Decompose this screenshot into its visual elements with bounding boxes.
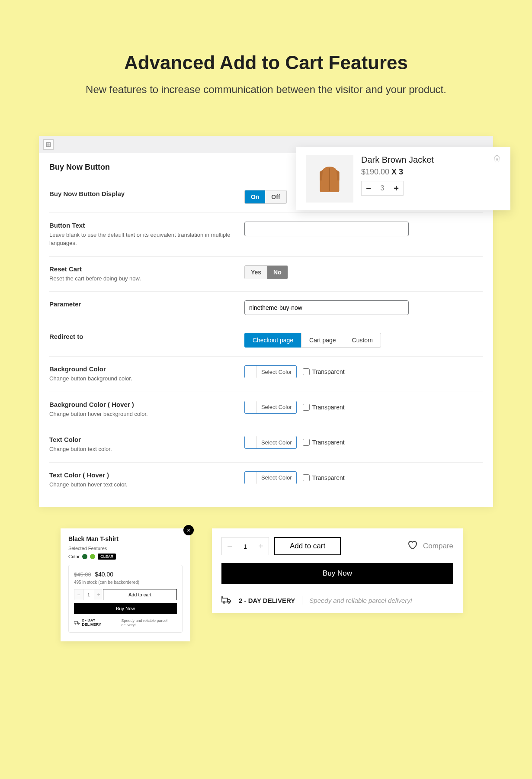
qty-decrement[interactable]: − (74, 589, 83, 600)
stock-text: 495 in stock (can be backordered) (74, 580, 177, 585)
toggle-off[interactable]: Off (265, 190, 286, 203)
qty-row: − 1 + Add to cart (74, 589, 177, 600)
wishlist-button[interactable] (407, 540, 418, 553)
previews-row: Black Man T-shirt Selected Features Colo… (0, 528, 532, 641)
row-reset-cart: Reset Cart Reset the cart before doing b… (49, 257, 483, 292)
cart-item-price-line: $190.00 X 3 (361, 167, 485, 177)
actions-top-row: − 1 + Add to cart Compare (221, 537, 453, 555)
row-button-text: Button Text Leave blank to use the defau… (49, 213, 483, 257)
text-color-picker[interactable]: Select Color (244, 436, 297, 449)
remove-item-button[interactable] (493, 155, 501, 164)
transparent-checkbox[interactable] (303, 368, 310, 375)
qty-increment-button[interactable]: + (389, 181, 403, 195)
clear-button[interactable]: CLEAR (98, 554, 116, 560)
delivery-description: Speedy and reliable parcel delivery! (121, 618, 177, 627)
transparent-checkbox-label[interactable]: Transparent (303, 404, 345, 411)
qty-increment[interactable]: + (253, 538, 269, 555)
row-text-color-hover: Text Color ( Hover ) Change button hover… (49, 463, 483, 498)
delivery-info: 2 - DAY DELIVERY Speedy and reliable par… (74, 618, 177, 627)
buy-now-button[interactable]: Buy Now (221, 563, 453, 584)
svg-point-11 (75, 624, 76, 624)
toggle-yes[interactable]: Yes (245, 266, 267, 279)
color-picker-label: Select Color (257, 474, 296, 481)
selected-features-label: Selected Features (68, 546, 183, 551)
transparent-checkbox-label[interactable]: Transparent (303, 368, 345, 375)
toggle-on[interactable]: On (245, 190, 265, 203)
truck-icon (74, 620, 80, 625)
add-to-cart-button[interactable]: Add to cart (274, 537, 341, 555)
bg-color-picker[interactable]: Select Color (244, 365, 297, 378)
color-swatch (245, 401, 257, 413)
trash-icon (493, 155, 501, 163)
qty-decrement[interactable]: − (222, 538, 237, 555)
buy-now-button[interactable]: Buy Now (74, 603, 177, 614)
row-bg-color-hover: Background Color ( Hover ) Change button… (49, 392, 483, 428)
divider (302, 596, 302, 605)
field-label: Redirect to (49, 333, 231, 340)
delivery-label: 2 - DAY DELIVERY (82, 618, 112, 627)
parameter-input[interactable] (244, 300, 409, 315)
divider (117, 618, 117, 627)
delivery-info: 2 - DAY DELIVERY Speedy and reliable par… (221, 596, 453, 605)
delivery-description: Speedy and reliable parcel delivery! (309, 597, 412, 604)
color-picker-label: Select Color (257, 369, 296, 375)
field-label: Text Color (49, 436, 231, 443)
field-label: Background Color (49, 365, 231, 373)
page-title: Advanced Add to Cart Features (0, 52, 532, 74)
color-picker-label: Select Color (257, 404, 296, 410)
row-parameter: Parameter (49, 292, 483, 324)
redirect-cart[interactable]: Cart page (301, 333, 344, 348)
add-to-cart-button[interactable]: Add to cart (103, 589, 177, 600)
svg-rect-10 (74, 621, 78, 624)
cart-item-popup: Dark Brown Jacket $190.00 X 3 − 3 + (296, 147, 510, 210)
quantity-stepper: − 1 + (221, 537, 269, 555)
field-label: Button Text (49, 222, 231, 229)
qty-value: 1 (83, 589, 94, 600)
transparent-checkbox[interactable] (303, 474, 310, 481)
color-swatch-green-light[interactable] (90, 554, 95, 559)
color-swatch (245, 436, 257, 448)
svg-point-14 (223, 602, 225, 603)
transparent-checkbox-label[interactable]: Transparent (303, 474, 345, 481)
color-swatch (245, 366, 257, 378)
quantity-stepper: − 3 + (361, 181, 404, 196)
qty-increment[interactable]: + (94, 589, 103, 600)
product-thumbnail (306, 155, 353, 203)
svg-point-15 (228, 602, 230, 603)
field-description: Reset the cart before doing buy now. (49, 274, 231, 283)
bg-color-hover-picker[interactable]: Select Color (244, 401, 297, 414)
color-swatch-green-dark[interactable] (82, 554, 87, 559)
cart-item-title: Dark Brown Jacket (361, 155, 485, 165)
display-toggle: On Off (244, 190, 287, 204)
price-new: $40.00 (95, 571, 113, 578)
text-color-hover-picker[interactable]: Select Color (244, 471, 297, 484)
button-text-input[interactable] (244, 222, 409, 236)
field-description: Change button background color. (49, 374, 231, 383)
color-picker-label: Select Color (257, 439, 296, 446)
row-text-color: Text Color Change button text color. Sel… (49, 427, 483, 463)
field-description: Change button hover text color. (49, 480, 231, 489)
hero-section: Advanced Add to Cart Features New featur… (0, 52, 532, 97)
qty-value: 1 (237, 538, 253, 555)
toggle-no[interactable]: No (267, 266, 288, 279)
compare-link[interactable]: Compare (423, 542, 453, 550)
qty-decrement-button[interactable]: − (362, 181, 375, 195)
redirect-custom[interactable]: Custom (344, 333, 381, 348)
reset-cart-toggle: Yes No (244, 265, 288, 279)
field-label: Background Color ( Hover ) (49, 401, 231, 408)
redirect-checkout[interactable]: Checkout page (244, 333, 301, 348)
close-icon (186, 528, 191, 532)
field-label: Text Color ( Hover ) (49, 471, 231, 479)
color-swatch (245, 472, 257, 484)
close-button[interactable] (183, 525, 194, 535)
transparent-checkbox[interactable] (303, 404, 310, 411)
field-description: Leave blank to use the default text or i… (49, 231, 231, 248)
qty-value: 3 (375, 184, 389, 192)
transparent-checkbox[interactable] (303, 439, 310, 446)
page-subtitle: New features to increase communication b… (0, 82, 532, 97)
heart-icon (407, 540, 418, 550)
drag-handle[interactable] (43, 139, 54, 150)
jacket-icon (312, 161, 347, 196)
price-old: $45.00 (74, 571, 91, 578)
transparent-checkbox-label[interactable]: Transparent (303, 439, 345, 446)
